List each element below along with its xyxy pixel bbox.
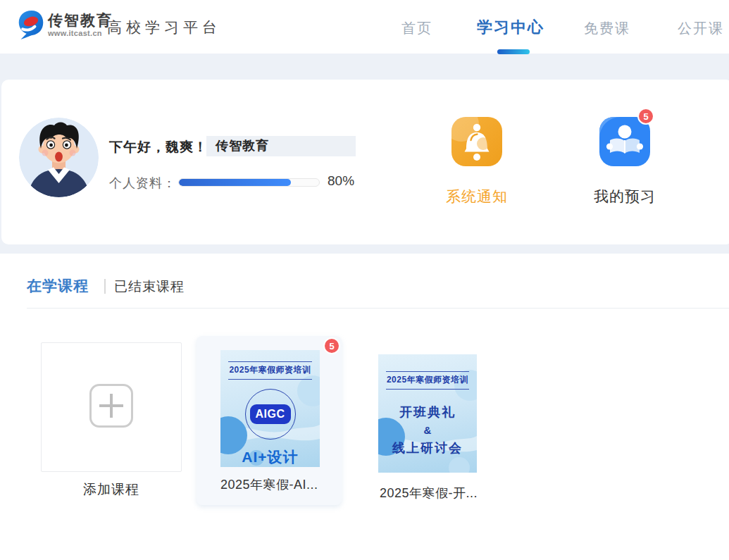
user-avatar[interactable] xyxy=(19,118,99,197)
profile-progress-fill xyxy=(179,179,291,186)
aigc-chip: AIGC xyxy=(250,404,291,424)
cover-line-3: 线上研讨会 xyxy=(378,440,477,456)
cover-banner-text: 2025年寒假师资培训 xyxy=(228,361,311,380)
my-preview-label[interactable]: 我的预习 xyxy=(575,187,674,206)
brand-domain: www.itcast.cn xyxy=(48,29,113,37)
bell-icon xyxy=(451,117,502,166)
tabs-rule xyxy=(27,308,729,309)
tab-in-progress-courses[interactable]: 在学课程 xyxy=(27,276,89,296)
aigc-ring: AIGC xyxy=(245,389,296,440)
brand-name: 传智教育 xyxy=(48,12,113,29)
brand-logo[interactable]: 传智教育 www.itcast.cn xyxy=(17,8,113,42)
system-notice-button[interactable] xyxy=(451,117,502,166)
cover-title-lines: 开班典礼 & 线上研讨会 xyxy=(378,404,477,456)
profile-progress-percent: 80% xyxy=(328,173,354,189)
cover-decor-circle xyxy=(449,457,470,473)
active-nav-underline xyxy=(497,49,530,54)
add-course-label: 添加课程 xyxy=(41,480,182,499)
reading-person-icon xyxy=(599,117,650,166)
cover-line-1: 开班典礼 xyxy=(378,404,477,421)
nav-item-learning-center[interactable]: 学习中心 xyxy=(477,17,544,38)
cover-banner-text: 2025年寒假师资培训 xyxy=(386,371,469,390)
nav-item-free-courses[interactable]: 免费课 xyxy=(584,19,630,38)
brand-text: 传智教育 www.itcast.cn xyxy=(48,12,113,37)
tab-finished-courses[interactable]: 已结束课程 xyxy=(114,278,185,296)
nav-item-open-courses[interactable]: 公开课 xyxy=(678,19,724,38)
itcast-logo-icon xyxy=(17,8,45,42)
cover-line-2: & xyxy=(378,424,477,436)
profile-progress-label: 个人资料： xyxy=(109,175,176,192)
add-course-card[interactable] xyxy=(41,342,182,472)
course-ai-badge-count: 5 xyxy=(323,337,340,354)
my-preview-button[interactable] xyxy=(599,117,650,166)
course-title-ai: 2025年寒假-AI... xyxy=(220,476,318,493)
profile-progress-bar xyxy=(178,178,320,187)
preview-badge-count: 5 xyxy=(637,108,654,125)
profile-card: 下午好，魏爽！ 传智教育 个人资料： 80% xyxy=(1,80,729,244)
cover-decor-circle xyxy=(297,375,320,406)
course-cover-opening[interactable]: 2025年寒假师资培训 开班典礼 & 线上研讨会 xyxy=(378,354,477,473)
course-section: 在学课程 已结束课程 添加课程 2025年寒假师资培训 AIGC AI+设计 5… xyxy=(1,254,729,560)
plus-icon xyxy=(89,384,133,428)
platform-title: 高校学习平台 xyxy=(107,18,221,37)
course-cover-ai[interactable]: 2025年寒假师资培训 AIGC AI+设计 xyxy=(220,350,320,467)
tab-divider xyxy=(104,279,106,294)
greeting-text: 下午好，魏爽！ xyxy=(109,138,208,156)
organization-label: 传智教育 xyxy=(206,136,356,156)
nav-item-home[interactable]: 首页 xyxy=(401,19,432,38)
top-header: 传智教育 www.itcast.cn 高校学习平台 首页 学习中心 免费课 公开… xyxy=(0,0,729,54)
learning-platform-page: 传智教育 www.itcast.cn 高校学习平台 首页 学习中心 免费课 公开… xyxy=(0,0,729,560)
system-notice-label[interactable]: 系统通知 xyxy=(428,187,526,206)
cover-subtitle: AI+设计 xyxy=(220,447,320,467)
course-title-opening: 2025年寒假-开... xyxy=(380,485,478,502)
